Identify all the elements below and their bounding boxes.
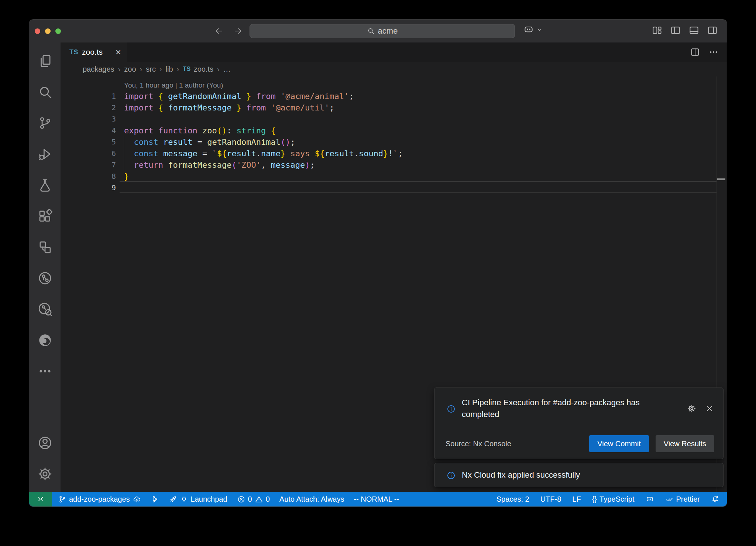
activity-item-extensions-icon[interactable] — [29, 201, 61, 232]
status-item-launchpad[interactable]: Launchpad — [169, 495, 227, 504]
code-line-4[interactable]: 4export function zoo(): string { — [61, 125, 727, 136]
code-text: export function zoo(): string { — [124, 125, 276, 136]
zoom-window-button[interactable] — [55, 28, 61, 34]
status-item-copilot[interactable] — [646, 495, 654, 504]
notification-message: CI Pipeline Execution for #add-zoo-packa… — [462, 397, 669, 420]
breadcrumb-item-packages[interactable]: packages — [83, 65, 114, 74]
code-text: } — [124, 171, 129, 182]
files-icon — [37, 53, 53, 69]
status-label: Prettier — [676, 495, 700, 504]
info-icon — [446, 471, 456, 480]
code-text: const result = getRandomAnimal(); — [124, 136, 295, 148]
rocket-icon — [169, 495, 177, 504]
code-line-7[interactable]: 7 return formatMessage('ZOO', message); — [61, 159, 727, 171]
activity-item-nx-cloud-icon[interactable] — [29, 263, 61, 294]
search-text: acme — [378, 26, 398, 36]
line-number: 8 — [61, 171, 116, 182]
activity-item-edge-browser-icon[interactable] — [29, 325, 61, 356]
status-item-scm-graph[interactable] — [151, 495, 159, 504]
account-icon — [37, 435, 53, 451]
toggle-primary-sidebar-icon[interactable] — [670, 25, 681, 36]
tab-zoo-ts[interactable]: TS zoo.ts × — [61, 42, 127, 62]
info-icon — [446, 397, 456, 420]
status-item-branch[interactable]: add-zoo-packages — [58, 495, 141, 504]
activity-item-testing-icon[interactable] — [29, 170, 61, 201]
split-editor-icon[interactable] — [690, 47, 700, 57]
status-item-notifications-bell[interactable] — [711, 495, 719, 504]
search-icon — [37, 84, 53, 100]
status-label: 0 — [266, 495, 270, 504]
status-item-formatter[interactable]: Prettier — [665, 495, 700, 504]
line-number: 9 — [61, 182, 116, 194]
minimize-window-button[interactable] — [45, 28, 51, 34]
activity-item-nx-console-icon[interactable] — [29, 232, 61, 263]
close-tab-icon[interactable]: × — [116, 47, 121, 57]
activity-item-search-icon[interactable] — [29, 76, 61, 108]
copilot-icon — [523, 24, 534, 35]
nx-graph-icon — [37, 301, 53, 317]
status-item-auto-attach[interactable]: Auto Attach: Always — [279, 495, 344, 504]
code-line-9[interactable]: 9 — [61, 182, 727, 194]
code-line-1[interactable]: 1import { getRandomAnimal } from '@acme/… — [61, 91, 727, 102]
copilot-menu[interactable] — [523, 24, 543, 35]
activity-item-more-icon[interactable] — [29, 356, 61, 387]
traffic-lights — [35, 28, 61, 34]
status-label: LF — [572, 495, 581, 504]
breadcrumb-label: zoo.ts — [194, 65, 213, 74]
breadcrumb-item-lib[interactable]: lib — [166, 65, 173, 74]
copilot-icon — [646, 495, 654, 504]
code-line-5[interactable]: 5 const result = getRandomAnimal(); — [61, 136, 727, 148]
git-blame-annotation: You, 1 hour ago | 1 author (You) — [124, 80, 223, 91]
activity-item-settings-gear-icon[interactable] — [29, 458, 61, 489]
notification-toast-nx-cloud: Nx Cloud fix applied successfully — [434, 463, 724, 487]
code-line-3[interactable]: 3 — [61, 113, 727, 125]
notification-close-icon[interactable] — [705, 397, 714, 420]
code-line-6[interactable]: 6 const message = `${result.name} says $… — [61, 148, 727, 159]
toggle-secondary-sidebar-icon[interactable] — [707, 25, 718, 36]
breadcrumb-item-src[interactable]: src — [146, 65, 156, 74]
ts-file-icon: TS — [183, 66, 190, 72]
scm-graph-icon — [151, 495, 159, 504]
code-line-2[interactable]: 2import { formatMessage } from '@acme/ut… — [61, 102, 727, 113]
git-branch-icon — [58, 495, 66, 504]
view-results-button[interactable]: View Results — [656, 435, 714, 452]
activity-item-nx-graph-icon[interactable] — [29, 294, 61, 325]
breadcrumb-separator: › — [217, 65, 220, 74]
breadcrumb-item--[interactable]: … — [223, 65, 231, 74]
status-item-problems[interactable]: 00 — [237, 495, 270, 504]
forward-arrow-icon[interactable] — [233, 26, 243, 36]
toggle-panel-icon[interactable] — [688, 25, 700, 36]
activity-item-account-icon[interactable] — [29, 427, 61, 458]
activity-item-files-icon[interactable] — [29, 45, 61, 76]
vscode-window: acme TS zoo.ts × packages›zoo›src›lib›TS… — [29, 19, 727, 507]
activity-item-source-control-icon[interactable] — [29, 108, 61, 139]
run-debug-icon — [37, 146, 53, 162]
view-commit-button[interactable]: View Commit — [589, 435, 649, 452]
chevron-down-icon — [536, 26, 543, 33]
more-actions-icon[interactable] — [708, 47, 719, 57]
status-label: add-zoo-packages — [69, 495, 130, 504]
line-number: 5 — [61, 136, 116, 148]
remote-indicator[interactable] — [29, 492, 52, 506]
breadcrumb-item-zoo[interactable]: zoo — [124, 65, 136, 74]
status-item-vim-mode[interactable]: -- NORMAL -- — [354, 495, 399, 504]
tab-label: zoo.ts — [82, 48, 103, 57]
status-item-eol[interactable]: LF — [572, 495, 581, 504]
back-arrow-icon[interactable] — [214, 26, 224, 36]
close-window-button[interactable] — [35, 28, 40, 34]
activity-item-run-debug-icon[interactable] — [29, 139, 61, 170]
breadcrumb-separator: › — [118, 65, 121, 74]
status-item-indentation[interactable]: Spaces: 2 — [496, 495, 529, 504]
status-item-encoding[interactable]: UTF-8 — [540, 495, 561, 504]
command-center-search[interactable]: acme — [250, 24, 515, 38]
customize-layout-icon[interactable] — [652, 25, 663, 36]
code-line-8[interactable]: 8} — [61, 171, 727, 182]
breadcrumb-separator: › — [177, 65, 179, 74]
notification-source: Source: Nx Console — [446, 440, 511, 448]
status-item-language[interactable]: {}TypeScript — [592, 495, 635, 504]
line-number: 4 — [61, 125, 116, 136]
testing-icon — [37, 177, 53, 193]
breadcrumb-item-zoo-ts[interactable]: TSzoo.ts — [183, 65, 213, 74]
double-check-icon — [665, 495, 674, 504]
notification-gear-icon[interactable] — [687, 397, 697, 420]
